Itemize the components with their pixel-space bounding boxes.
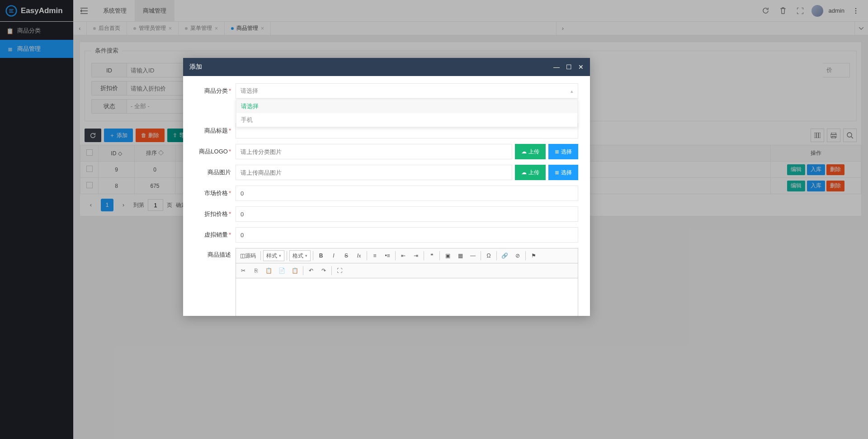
special-char-icon[interactable]: Ω [483,250,494,261]
dropdown-option[interactable]: 手机 [236,113,577,127]
choose-button[interactable]: ≣选择 [548,144,578,159]
style-select[interactable]: 样式▾ [263,250,284,261]
image-icon[interactable]: ▣ [442,250,453,261]
paste-icon[interactable]: 📋 [263,265,274,276]
bullet-list-icon[interactable]: •≡ [382,250,393,261]
list-icon: ≣ [555,169,559,176]
format-select[interactable]: 格式▾ [289,250,311,261]
editor-toolbar: ◫ 源码 样式▾ 格式▾ B I S Ix ≡ •≡ ⇤ ⇥ [236,248,578,263]
dropdown-option[interactable]: 请选择 [236,100,577,113]
strike-icon[interactable]: S [341,250,352,261]
chevron-up-icon: ▴ [571,88,573,94]
market-price-input[interactable] [236,186,578,201]
maximize-icon[interactable]: ☐ [566,63,572,71]
images-input[interactable] [236,165,512,180]
paste-text-icon[interactable]: 📄 [276,265,288,276]
source-button[interactable]: ◫ 源码 [238,250,258,261]
rich-editor: ◫ 源码 样式▾ 格式▾ B I S Ix ≡ •≡ ⇤ ⇥ [236,248,578,316]
upload-button[interactable]: ☁上传 [515,144,546,159]
redo-icon[interactable]: ↷ [318,265,329,276]
numbered-list-icon[interactable]: ≡ [369,250,380,261]
editor-content[interactable] [236,278,578,316]
unlink-icon[interactable]: ⊘ [512,250,523,261]
indent-icon[interactable]: ⇥ [410,250,421,261]
add-modal: 添加 — ☐ ✕ 商品分类* 请选择 ▴ 请选择 手机 商品标题* 商品LOGO… [183,58,590,316]
logo-input[interactable] [236,144,512,159]
close-icon[interactable]: ✕ [578,63,584,71]
blockquote-icon[interactable]: ❝ [426,250,437,261]
upload-button[interactable]: ☁上传 [515,165,546,180]
link-icon[interactable]: 🔗 [499,250,510,261]
editor-toolbar-2: ✂ ⎘ 📋 📄 📋 ↶ ↷ ⛶ [236,263,578,278]
paste-word-icon[interactable]: 📋 [289,265,301,276]
hr-icon[interactable]: — [467,250,478,261]
list-icon: ≣ [555,148,559,155]
choose-button[interactable]: ≣选择 [548,165,578,180]
category-select[interactable]: 请选择 ▴ 请选择 手机 [236,83,578,99]
category-dropdown: 请选择 手机 [236,99,578,127]
upload-icon: ☁ [521,148,527,155]
outdent-icon[interactable]: ⇤ [398,250,409,261]
discount-price-input[interactable] [236,206,578,222]
upload-icon: ☁ [521,169,527,176]
undo-icon[interactable]: ↶ [306,265,316,276]
clear-format-icon[interactable]: Ix [354,250,364,261]
table-icon[interactable]: ▦ [455,250,466,261]
cut-icon[interactable]: ✂ [238,265,249,276]
virtual-sales-input[interactable] [236,227,578,243]
modal-title: 添加 [189,63,202,71]
modal-body: 商品分类* 请选择 ▴ 请选择 手机 商品标题* 商品LOGO* ☁上传 ≣选择 [183,76,590,316]
copy-icon[interactable]: ⎘ [250,265,261,276]
minimize-icon[interactable]: — [553,63,560,71]
flag-icon[interactable]: ⚑ [528,250,539,261]
modal-header: 添加 — ☐ ✕ [183,58,590,76]
italic-icon[interactable]: I [328,250,339,261]
bold-icon[interactable]: B [316,250,326,261]
maximize-editor-icon[interactable]: ⛶ [334,265,345,276]
